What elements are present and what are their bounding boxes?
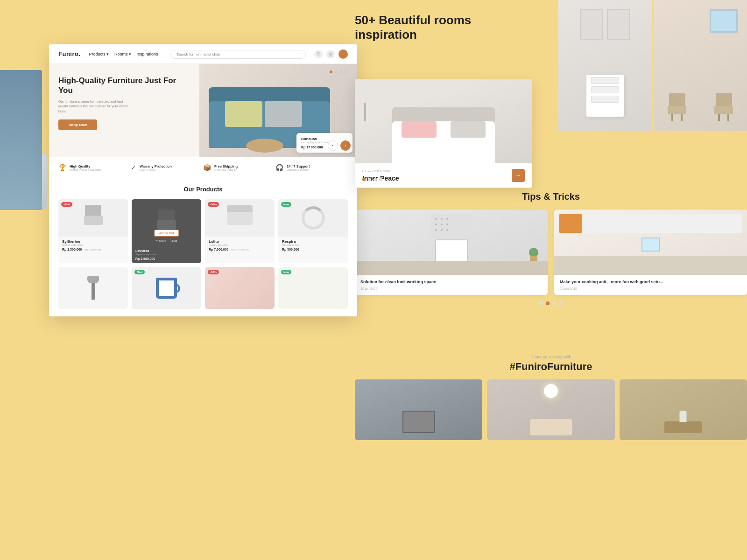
feature-quality: 🏆 High Quality crafted from top material…: [58, 164, 131, 171]
price-current-2: Rp 2.500.000: [135, 257, 155, 260]
products-section: Our Products -30% Syltherine Stylish caf…: [49, 178, 357, 316]
chair-illustration-1: [82, 206, 105, 230]
product-category-3: Luxury big sofa: [209, 244, 271, 246]
tip-card-2[interactable]: Make your cooking acti... more fun with …: [554, 210, 747, 295]
product-category-4: Minimalist fan: [282, 244, 344, 246]
room-dot-4[interactable]: [379, 178, 382, 181]
tips-pagination: [355, 301, 747, 305]
check-icon: ✓: [131, 164, 136, 171]
hashtag-image-2: [487, 379, 614, 440]
badge-new-8: New: [281, 270, 291, 274]
price-current-3: Rp 7.000.000: [209, 248, 228, 251]
nav-icons: ♡ 🛒: [314, 49, 348, 59]
dot-2[interactable]: [335, 70, 338, 73]
feature-shipping-title: Free Shipping: [214, 164, 238, 168]
room-carousel-dots: [362, 178, 382, 181]
product-card-1[interactable]: -30% Syltherine Stylish cafe chair Rp 2.…: [58, 199, 128, 263]
product-card-7[interactable]: -50%: [205, 267, 275, 309]
cart-icon[interactable]: 🛒: [326, 50, 335, 58]
tips-dot-4[interactable]: [559, 301, 563, 305]
dot-4[interactable]: [345, 70, 348, 73]
product-image-3: -50%: [205, 199, 275, 237]
product-card-4[interactable]: New Respira Minimalist fan Rp 500.000: [278, 199, 348, 263]
product-prices-2: Rp 2.500.000: [135, 257, 197, 260]
workspace-plant: [529, 248, 538, 262]
room-dot-1[interactable]: [362, 178, 366, 181]
deco-left-panel: [0, 70, 42, 210]
nav-link-products[interactable]: Products ▾: [89, 52, 109, 56]
wall-frames: [580, 9, 630, 40]
tip-card-1[interactable]: Solution for clean look working space 10…: [355, 210, 548, 295]
like-action[interactable]: ♡ Like: [169, 239, 177, 242]
product-info-3: Lolito Luxury big sofa Rp 7.000.000 Rp 1…: [205, 237, 275, 254]
product-category-1: Stylish cafe chair: [62, 244, 124, 246]
search-input[interactable]: [170, 50, 306, 59]
room-dot-2[interactable]: [368, 178, 371, 181]
product-card-6[interactable]: New: [132, 267, 201, 309]
product-prices-3: Rp 7.000.000 Rp 14.000.000: [209, 248, 271, 251]
share-action[interactable]: ⇔ Share: [155, 239, 166, 242]
feature-support: 🎧 24 / 7 Support Dedicated support: [275, 164, 348, 171]
bed-frame: [392, 121, 495, 163]
product-card-8[interactable]: New: [278, 267, 348, 309]
badge-new-4: New: [281, 202, 291, 207]
next-arrow[interactable]: ›: [340, 140, 351, 151]
hashtag-section: Share your setup with #FuniroFurniture: [355, 355, 747, 440]
room-dot-3[interactable]: [374, 178, 377, 181]
dot-3[interactable]: [340, 70, 343, 73]
room-showcase-card: 01 — Bed Room Inner Peace →: [355, 79, 532, 188]
features-bar: 🏆 High Quality crafted from top material…: [49, 157, 357, 178]
product-category-2: Stylish cafe chair: [135, 253, 197, 256]
workspace-desk: [355, 261, 548, 275]
tips-section: Tips & Tricks: [355, 191, 747, 305]
sofa-cushion-1: [225, 101, 262, 127]
pegboard-dot-7: [435, 229, 437, 231]
room-card-info: 01 — Bed Room Inner Peace →: [355, 163, 532, 188]
drawer-2: [591, 86, 619, 93]
tip-date-1: 10 jan 2020: [360, 287, 542, 290]
prev-arrow[interactable]: ‹: [328, 140, 338, 151]
room-navigate-button[interactable]: →: [512, 169, 525, 182]
pegboard: [430, 214, 472, 238]
tips-dot-2[interactable]: [546, 301, 550, 305]
shop-now-button[interactable]: Shop Now: [58, 119, 97, 130]
wishlist-icon[interactable]: ♡: [314, 50, 323, 58]
product-card-3[interactable]: -50% Lolito Luxury big sofa Rp 7.000.000…: [205, 199, 275, 263]
add-to-cart-button[interactable]: Add to cart: [154, 230, 179, 237]
hero-nav-arrows: ‹ ›: [328, 140, 351, 151]
feature-shipping-sub: Order over 150 $: [214, 168, 238, 171]
dining-preview: [654, 0, 747, 131]
tip-headline-2: Make your cooking acti... more fun with …: [560, 280, 741, 285]
dot-1[interactable]: [330, 70, 332, 73]
tips-title: Tips & Tricks: [355, 191, 747, 202]
htag3-scene: [620, 379, 747, 440]
product-info-2: Leviosa Stylish cafe chair Rp 2.500.000: [132, 246, 201, 263]
pegboard-dot-6: [446, 224, 448, 225]
nav-links: Products ▾ Rooms ▾ Inspirations: [89, 52, 158, 56]
product-name-1: Syltherine: [62, 239, 124, 244]
kitchen-counter: [554, 256, 747, 275]
htag-light: [544, 384, 558, 398]
logo: Funiro.: [58, 50, 81, 57]
kitchen-cabinet-orange: [559, 214, 582, 233]
avatar[interactable]: [338, 49, 348, 59]
badge-sale-3: -50%: [208, 202, 219, 207]
tips-dot-1[interactable]: [539, 301, 543, 305]
inspiration-title: 50+ Beautiful roomsinspiration: [355, 13, 471, 42]
product-card-2[interactable]: Add to cart ⇔ Share ♡ Like Leviosa Styli…: [132, 199, 201, 263]
product-image-2: Add to cart ⇔ Share ♡ Like: [132, 199, 201, 246]
fan-illustration: [302, 206, 325, 230]
product-prices-4: Rp 500.000: [282, 248, 344, 251]
tips-dot-3[interactable]: [552, 301, 556, 305]
hashtag-image-1: [355, 379, 482, 440]
nav-link-inspirations[interactable]: Inspirations: [137, 52, 158, 56]
product-card-5[interactable]: [58, 267, 128, 309]
bedroom-preview: [558, 0, 652, 131]
share-like-row: ⇔ Share ♡ Like: [155, 239, 177, 242]
feature-warranty: ✓ Warrany Protection Over 2 years: [131, 164, 203, 171]
htag2-scene: [487, 379, 614, 440]
workspace-laptop: [435, 239, 468, 262]
nav-link-rooms[interactable]: Rooms ▾: [114, 52, 131, 56]
hero-section: High-Quality Furniture Just For You Our …: [49, 64, 357, 157]
tip-content-1: Solution for clean look working space 10…: [355, 275, 548, 295]
